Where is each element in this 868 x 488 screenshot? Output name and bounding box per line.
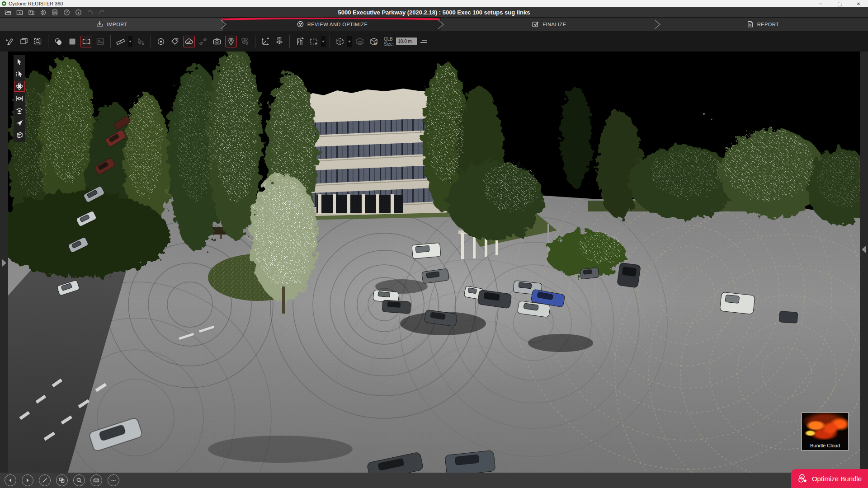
open-project-icon[interactable] (5, 9, 11, 16)
setup-target-icon[interactable] (155, 36, 167, 47)
link-icon[interactable] (197, 36, 209, 47)
selection-dropdown-caret[interactable] (321, 36, 326, 47)
fly-icon[interactable] (14, 117, 25, 128)
pick-temperature-icon[interactable] (135, 36, 146, 47)
qlb-size-label: QLB Size: (384, 37, 394, 47)
restore-icon (838, 2, 841, 5)
selection-rect-icon[interactable] (308, 36, 320, 47)
look-around-icon[interactable] (14, 105, 25, 116)
report-icon (746, 20, 754, 28)
camera-icon[interactable] (211, 36, 223, 47)
help-icon[interactable] (63, 9, 70, 16)
forward-icon[interactable] (22, 474, 33, 486)
site-icon[interactable] (294, 36, 306, 47)
bottom-bar (0, 473, 868, 488)
pan-zoom-icon[interactable] (14, 93, 25, 104)
restore-button[interactable] (830, 0, 849, 7)
tag-icon[interactable] (169, 36, 181, 47)
select-cursor-icon[interactable] (14, 56, 25, 67)
split-view-icon[interactable] (18, 36, 30, 47)
cluster-icon[interactable] (274, 36, 285, 47)
image-view-icon[interactable] (94, 36, 106, 47)
navigation-palette (14, 55, 25, 142)
search-icon[interactable] (73, 474, 85, 486)
bundle-cloud-label: Bundle Cloud (802, 443, 848, 448)
contrast-icon[interactable] (52, 36, 64, 47)
tab-report[interactable]: REPORT (657, 18, 868, 31)
panorama-view-icon[interactable] (80, 36, 92, 47)
settings-gear-icon[interactable] (40, 9, 47, 16)
multi-pick-cursor-icon[interactable] (14, 69, 25, 80)
cyclone-register-360-window: Cyclone REGISTER 360 ─ ✕ 5000 Executive … (0, 0, 868, 488)
viewport: Bundle Cloud (0, 52, 868, 473)
about-info-icon[interactable] (75, 9, 82, 16)
window-titlebar: Cyclone REGISTER 360 ─ ✕ (0, 0, 868, 7)
view-cube-icon[interactable] (14, 130, 25, 141)
orbit-icon[interactable] (14, 81, 25, 92)
bundle-cloud-thumbnail[interactable] (802, 413, 848, 441)
draw-icon[interactable] (39, 474, 51, 486)
tab-review-and-optimize[interactable]: REVIEW AND OPTIMIZE (223, 18, 441, 31)
setup-pin-icon[interactable] (225, 36, 237, 47)
limit-box-icon[interactable] (334, 36, 346, 47)
zoom-region-icon[interactable] (32, 36, 44, 47)
tab-import[interactable]: IMPORT (0, 18, 223, 31)
limit-box-manager-icon[interactable]: M (368, 36, 380, 47)
point-cloud-scene[interactable] (0, 52, 868, 473)
limit-box-selection-icon[interactable] (354, 36, 366, 47)
bundle-filter-icon[interactable] (239, 36, 251, 47)
import-device-icon[interactable] (28, 9, 35, 16)
minimize-button[interactable]: ─ (811, 0, 830, 7)
app-title: Cyclone REGISTER 360 (9, 1, 63, 6)
point-cloud-icon[interactable] (183, 36, 195, 47)
copy-views-icon[interactable] (56, 474, 68, 486)
undo-icon[interactable] (87, 9, 94, 16)
back-icon[interactable] (5, 474, 16, 486)
qlb-size-stepper[interactable] (420, 38, 427, 45)
measure-ruler-icon[interactable] (115, 36, 127, 47)
main-toolbar: M QLB Size: 10.0 m (0, 31, 868, 52)
axes-icon[interactable] (259, 36, 271, 47)
close-project-icon[interactable] (16, 9, 23, 16)
more-options-icon[interactable] (108, 474, 119, 486)
bundle-cloud-panel[interactable]: Bundle Cloud (801, 412, 849, 451)
left-panel-expander[interactable] (2, 259, 6, 267)
app-logo-icon (2, 1, 6, 6)
redo-icon[interactable] (99, 9, 105, 16)
solid-fill-icon[interactable] (66, 36, 78, 47)
menubar: 5000 Executive Parkway (2020.2.18) : 500… (0, 7, 868, 17)
storage-database-icon[interactable] (52, 9, 58, 16)
keyboard-icon[interactable] (90, 474, 102, 486)
optimize-bundle-button[interactable]: Optimize Bundle (791, 469, 868, 488)
close-button[interactable]: ✕ (849, 0, 868, 7)
project-title: 5000 Executive Parkway (2020.2.18) : 500… (0, 7, 868, 17)
tab-finalize[interactable]: FINALIZE (441, 18, 657, 31)
qlb-size-input[interactable]: 10.0 m (396, 38, 417, 45)
measure-dropdown-caret[interactable] (128, 36, 132, 47)
finalize-icon (532, 20, 539, 28)
limit-box-dropdown-caret[interactable] (347, 36, 352, 47)
right-panel-expander[interactable] (862, 246, 866, 253)
svg-text:M: M (374, 41, 377, 45)
optimize-bundle-icon (797, 473, 808, 484)
review-and-optimize-icon (297, 20, 304, 28)
workflow-tabbar: IMPORT REVIEW AND OPTIMIZE FINALIZE REPO… (0, 17, 868, 31)
import-icon (96, 20, 104, 28)
visual-align-icon[interactable] (4, 36, 16, 47)
